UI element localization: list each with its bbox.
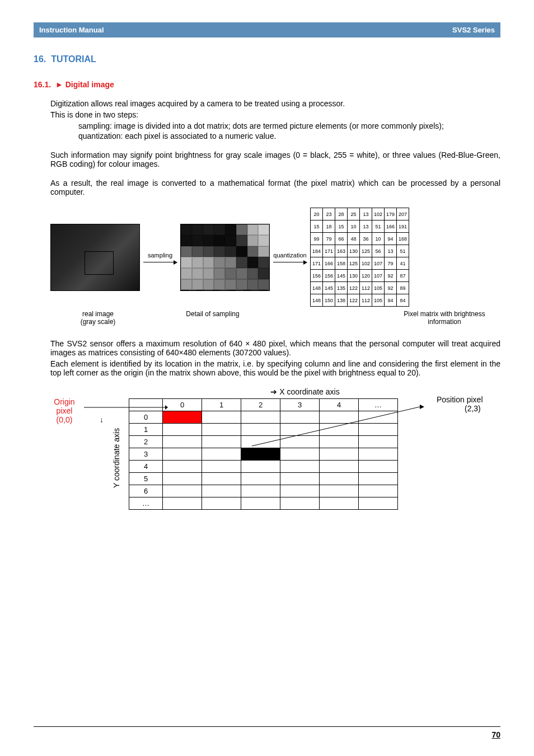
coord-cell — [202, 497, 241, 510]
coord-cell — [241, 448, 280, 461]
intro-block: Digitization allows real images acquired… — [50, 99, 500, 140]
caption-matrix: Pixel matrix with brightness information — [388, 310, 500, 326]
coord-cell — [320, 461, 359, 473]
matrix-cell: 15 — [311, 220, 323, 233]
after-block: The SVS2 sensor offers a maximum resolut… — [50, 339, 500, 377]
result-block: As a result, the real image is converted… — [50, 179, 500, 196]
matrix-cell: 102 — [360, 257, 372, 270]
matrix-cell: 125 — [360, 245, 372, 257]
header-right: SVS2 Series — [452, 26, 495, 34]
x-axis-title: ➔ X coordinate axis — [140, 387, 470, 396]
after-para-2: Each element is identified by its locati… — [50, 359, 500, 377]
coord-cell — [202, 411, 241, 424]
coord-cell — [202, 485, 241, 497]
intro-line-2: This is done in two steps: — [50, 110, 500, 119]
coord-cell — [241, 461, 280, 473]
matrix-cell: 207 — [397, 208, 409, 220]
matrix-cell: 92 — [385, 270, 397, 282]
coord-cell — [202, 448, 241, 461]
matrix-cell: 166 — [323, 257, 335, 270]
coord-cell — [163, 497, 202, 510]
heading-main-num: 16. — [34, 54, 46, 64]
coord-cell — [280, 448, 320, 461]
col-header: 1 — [202, 399, 241, 411]
matrix-cell: 25 — [348, 208, 360, 220]
coordinate-table: 01234…0123456… — [129, 398, 398, 510]
col-header: … — [359, 399, 398, 411]
matrix-cell: 102 — [372, 208, 385, 220]
matrix-cell: 135 — [335, 282, 348, 294]
matrix-cell: 148 — [311, 294, 323, 307]
matrix-cell: 171 — [323, 245, 335, 257]
coordinate-figure: ➔ X coordinate axis Origin pixel (0,0) P… — [50, 387, 470, 510]
y-axis-title: Y coordinate axis — [112, 428, 121, 488]
matrix-cell: 48 — [348, 233, 360, 245]
coord-cell — [163, 461, 202, 473]
coord-cell — [241, 485, 280, 497]
coord-cell — [359, 497, 398, 510]
matrix-cell: 84 — [397, 294, 409, 307]
svg-marker-3 — [420, 405, 424, 409]
coord-cell — [359, 424, 398, 436]
arrow-quantization: quantization — [273, 252, 307, 262]
row-header: 1 — [129, 424, 163, 436]
matrix-cell: 10 — [348, 220, 360, 233]
matrix-cell: 138 — [335, 294, 348, 307]
coord-cell — [241, 436, 280, 448]
coord-cell — [320, 473, 359, 485]
footer-rule — [34, 726, 500, 727]
coord-cell — [241, 424, 280, 436]
matrix-cell: 125 — [348, 257, 360, 270]
matrix-cell: 15 — [335, 220, 348, 233]
position-pixel-label: Position pixel (2,3) — [437, 395, 515, 413]
heading-main: 16. TUTORIAL — [34, 54, 500, 64]
matrix-cell: 171 — [311, 257, 323, 270]
coord-cell — [359, 485, 398, 497]
coord-cell — [280, 473, 320, 485]
matrix-cell: 145 — [323, 282, 335, 294]
matrix-cell: 13 — [385, 245, 397, 257]
caption-real: real image (gray scale) — [50, 310, 146, 326]
heading-sub-marker: ► — [55, 80, 63, 89]
step-sampling: sampling: image is divided into a dot ma… — [78, 121, 500, 130]
matrix-cell: 23 — [323, 208, 335, 220]
matrix-cell: 105 — [372, 294, 385, 307]
coord-cell — [320, 411, 359, 424]
heading-sub: 16.1. ► Digital image — [34, 80, 500, 89]
y-axis-arrow: ↓ — [100, 415, 104, 424]
matrix-cell: 112 — [360, 282, 372, 294]
row-header: 2 — [129, 436, 163, 448]
col-header: 0 — [163, 399, 202, 411]
row-header: 6 — [129, 485, 163, 497]
matrix-cell: 94 — [385, 294, 397, 307]
matrix-cell: 13 — [360, 208, 372, 220]
info-block: Such information may signify point brigh… — [50, 151, 500, 168]
matrix-cell: 107 — [372, 270, 385, 282]
coord-cell — [202, 424, 241, 436]
row-header: 5 — [129, 473, 163, 485]
row-header: 4 — [129, 461, 163, 473]
coord-cell — [320, 497, 359, 510]
matrix-cell: 79 — [323, 233, 335, 245]
matrix-cell: 179 — [385, 208, 397, 220]
caption-row: real image (gray scale) Detail of sampli… — [50, 310, 500, 326]
matrix-cell: 112 — [360, 294, 372, 307]
coord-cell — [202, 436, 241, 448]
coord-cell — [163, 473, 202, 485]
matrix-cell: 122 — [348, 294, 360, 307]
coord-cell — [359, 448, 398, 461]
coord-cell — [280, 461, 320, 473]
coord-cell — [320, 424, 359, 436]
matrix-cell: 166 — [385, 220, 397, 233]
matrix-cell: 79 — [385, 257, 397, 270]
coord-cell — [280, 436, 320, 448]
matrix-cell: 28 — [335, 208, 348, 220]
matrix-cell: 99 — [311, 233, 323, 245]
matrix-cell: 158 — [335, 257, 348, 270]
coord-cell — [359, 461, 398, 473]
label-quantization: quantization — [273, 252, 307, 259]
matrix-cell: 148 — [311, 282, 323, 294]
matrix-cell: 156 — [323, 270, 335, 282]
matrix-cell: 13 — [360, 220, 372, 233]
header-left: Instruction Manual — [39, 26, 104, 34]
